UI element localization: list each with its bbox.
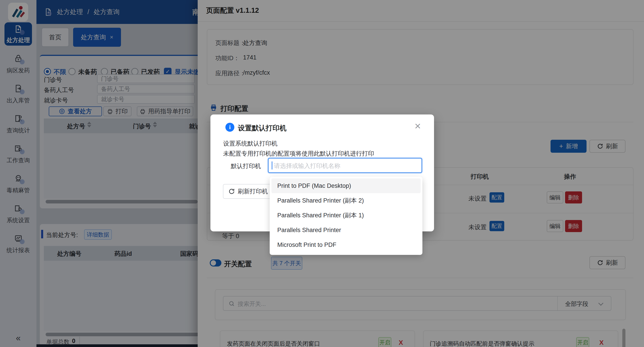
default-printer-input[interactable]: 请选择或输入打印机名称 bbox=[268, 158, 422, 173]
dropdown-option-microsoft-print-to-pdf[interactable]: Microsoft Print to PDF bbox=[272, 238, 420, 252]
refresh-icon bbox=[228, 188, 235, 195]
default-printer-field-label: 默认打印机 bbox=[231, 162, 261, 170]
option-label: Parallels Shared Printer (副本 1) bbox=[277, 211, 364, 219]
default-printer-placeholder: 请选择或输入打印机名称 bbox=[274, 162, 340, 170]
info-glyph: i bbox=[229, 124, 230, 130]
modal-desc-line2: 未配置专用打印机的配置项将使用此默认打印机进行打印 bbox=[223, 150, 374, 158]
dropdown-option-print-to-pdf-mac[interactable]: Print to PDF (Mac Desktop) bbox=[272, 178, 420, 193]
option-label: Microsoft Print to PDF bbox=[277, 242, 336, 248]
info-icon: i bbox=[226, 123, 234, 132]
dropdown-option-parallels[interactable]: Parallels Shared Printer bbox=[272, 223, 420, 238]
modal-title: 设置默认打印机 bbox=[238, 124, 286, 133]
option-label: Parallels Shared Printer (副本 2) bbox=[277, 196, 364, 204]
app-root: 处方处理 / 处方查询 南 首页 处方查询 × 不限 未备药 已备药 已发药 ✓… bbox=[0, 0, 644, 347]
refresh-printers-button[interactable]: 刷新打印机 bbox=[223, 184, 276, 199]
refresh-printers-label: 刷新打印机 bbox=[238, 187, 268, 196]
text-caret bbox=[272, 162, 272, 170]
option-label: Print to PDF (Mac Desktop) bbox=[277, 182, 351, 189]
modal-close-icon[interactable]: × bbox=[414, 120, 421, 132]
dropdown-option-parallels-copy1[interactable]: Parallels Shared Printer (副本 1) bbox=[272, 208, 420, 223]
printer-dropdown: Print to PDF (Mac Desktop) Parallels Sha… bbox=[270, 177, 422, 255]
dropdown-option-parallels-copy2[interactable]: Parallels Shared Printer (副本 2) bbox=[272, 193, 420, 208]
option-label: Parallels Shared Printer bbox=[277, 227, 341, 234]
modal-desc-line1: 设置系统默认打印机 bbox=[223, 140, 278, 148]
